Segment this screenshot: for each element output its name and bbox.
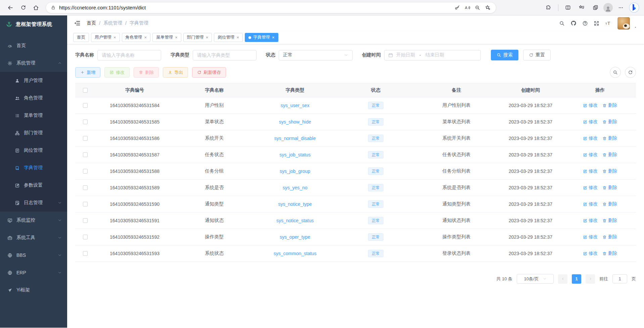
dict-type-link[interactable]: sys_notice_type <box>278 201 312 207</box>
date-range-picker[interactable]: 开始日期 - 结束日期 <box>384 50 481 60</box>
row-checkbox[interactable] <box>83 152 88 157</box>
toggle-search-button[interactable] <box>610 67 621 78</box>
row-edit-link[interactable]: 修改 <box>583 201 598 207</box>
row-delete-link[interactable]: 删除 <box>602 250 617 256</box>
dict-type-link[interactable]: sys_job_status <box>279 152 311 157</box>
tab-close-icon[interactable]: × <box>144 35 147 40</box>
export-button[interactable]: 导出 <box>163 67 188 78</box>
sidebar-item-yi[interactable]: Yi框架 <box>0 281 67 299</box>
more-menu-icon[interactable] <box>615 2 627 13</box>
status-select[interactable]: 正常 <box>279 50 353 60</box>
row-checkbox[interactable] <box>83 251 88 256</box>
breadcrumb-item[interactable]: 字典管理 <box>130 20 148 26</box>
favorites-icon[interactable] <box>576 2 587 13</box>
dict-type-link[interactable]: sys_common_status <box>274 251 317 256</box>
read-aloud-icon[interactable]: A <box>462 3 472 13</box>
tab-item-3[interactable]: 菜单管理 × <box>152 33 181 42</box>
extensions-icon[interactable] <box>543 2 554 13</box>
dict-type-link[interactable]: sys_job_group <box>280 169 310 174</box>
refresh-table-button[interactable] <box>625 67 636 78</box>
row-checkbox[interactable] <box>83 235 88 239</box>
row-delete-link[interactable]: 删除 <box>602 218 617 224</box>
sidebar-item-log[interactable]: 日志管理 <box>0 194 67 212</box>
row-delete-link[interactable]: 删除 <box>602 119 617 125</box>
edit-button[interactable]: 修改 <box>104 67 130 78</box>
page-size-select[interactable]: 10条/页 <box>517 274 554 284</box>
collections-icon[interactable] <box>590 2 601 13</box>
row-checkbox[interactable] <box>83 103 88 108</box>
row-edit-link[interactable]: 修改 <box>583 168 598 174</box>
reset-button[interactable]: 重置 <box>523 50 551 60</box>
tab-item-0[interactable]: 首页 <box>73 33 89 42</box>
browser-back-icon[interactable] <box>5 2 16 13</box>
avatar[interactable] <box>617 17 630 30</box>
password-key-icon[interactable] <box>452 3 462 13</box>
dict-type-link[interactable]: sys_user_sex <box>281 103 310 108</box>
row-edit-link[interactable]: 修改 <box>583 135 598 141</box>
favorite-add-icon[interactable] <box>482 3 493 13</box>
breadcrumb-item[interactable]: 系统管理 <box>103 20 122 26</box>
tab-item-5[interactable]: 岗位管理 × <box>214 33 243 42</box>
row-delete-link[interactable]: 删除 <box>602 168 617 174</box>
dict-type-link[interactable]: sys_oper_type <box>280 234 310 240</box>
goto-page-input[interactable] <box>612 274 627 283</box>
tab-close-icon[interactable]: × <box>272 35 275 40</box>
row-delete-link[interactable]: 删除 <box>602 234 617 240</box>
zoom-out-icon[interactable] <box>472 3 482 13</box>
row-edit-link[interactable]: 修改 <box>583 250 598 256</box>
browser-refresh-icon[interactable] <box>17 2 29 13</box>
row-edit-link[interactable]: 修改 <box>583 152 598 158</box>
help-icon[interactable] <box>582 20 588 26</box>
row-delete-link[interactable]: 删除 <box>602 201 617 207</box>
sidebar-item-role[interactable]: 角色管理 <box>0 89 67 107</box>
sidebar-item-dept[interactable]: 部门管理 <box>0 124 67 142</box>
current-page[interactable]: 1 <box>572 274 581 284</box>
sidebar-item-system[interactable]: 系统管理 <box>0 54 67 72</box>
delete-button[interactable]: 删除 <box>134 67 159 78</box>
address-bar[interactable]: https://ccnetcore.com:1101/system/dict A <box>46 2 496 13</box>
add-button[interactable]: 新增 <box>75 67 100 78</box>
row-delete-link[interactable]: 删除 <box>602 102 617 108</box>
search-button[interactable]: 搜索 <box>491 50 518 60</box>
sidebar-item-monitor[interactable]: 系统监控 <box>0 212 67 229</box>
sidebar-item-dict[interactable]: 字典管理 <box>0 159 67 177</box>
row-edit-link[interactable]: 修改 <box>583 102 598 108</box>
dict-type-input[interactable] <box>193 50 257 60</box>
row-delete-link[interactable]: 删除 <box>602 185 617 191</box>
sidebar-collapse-icon[interactable] <box>74 20 81 27</box>
sidebar-item-home[interactable]: 首页 <box>0 37 67 54</box>
row-edit-link[interactable]: 修改 <box>583 234 598 240</box>
fullscreen-icon[interactable] <box>594 20 599 26</box>
sidebar-item-menu[interactable]: 菜单管理 <box>0 107 67 124</box>
tab-close-icon[interactable]: × <box>206 35 209 40</box>
sidebar-item-config[interactable]: 参数设置 <box>0 177 67 194</box>
lock-icon[interactable] <box>51 5 56 10</box>
row-edit-link[interactable]: 修改 <box>583 185 598 191</box>
prev-page-button[interactable] <box>558 274 567 284</box>
row-checkbox[interactable] <box>83 169 88 174</box>
row-checkbox[interactable] <box>83 120 88 124</box>
sidebar-item-erp[interactable]: ERP <box>0 264 67 281</box>
row-edit-link[interactable]: 修改 <box>583 218 598 224</box>
sidebar-item-user[interactable]: 用户管理 <box>0 72 67 89</box>
bing-icon[interactable] <box>629 2 639 13</box>
dict-type-link[interactable]: sys_yes_no <box>283 185 308 190</box>
dict-type-link[interactable]: sys_show_hide <box>279 119 311 125</box>
dict-type-link[interactable]: sys_notice_status <box>276 218 314 223</box>
tab-item-6[interactable]: 字典管理 × <box>245 33 278 42</box>
sidebar-item-post[interactable]: 岗位管理 <box>0 142 67 159</box>
split-screen-icon[interactable] <box>562 2 573 13</box>
select-all-checkbox[interactable] <box>83 88 88 93</box>
github-icon[interactable] <box>570 20 577 26</box>
dict-name-input[interactable] <box>97 50 161 60</box>
row-delete-link[interactable]: 删除 <box>602 135 617 141</box>
row-checkbox[interactable] <box>83 136 88 141</box>
tab-item-1[interactable]: 用户管理 × <box>91 33 120 42</box>
tab-close-icon[interactable]: × <box>113 35 116 40</box>
dict-type-link[interactable]: sys_normal_disable <box>274 136 316 141</box>
tab-close-icon[interactable]: × <box>236 35 239 40</box>
tab-item-4[interactable]: 部门管理 × <box>183 33 212 42</box>
row-checkbox[interactable] <box>83 202 88 206</box>
next-page-button[interactable] <box>586 274 595 284</box>
row-checkbox[interactable] <box>83 185 88 190</box>
